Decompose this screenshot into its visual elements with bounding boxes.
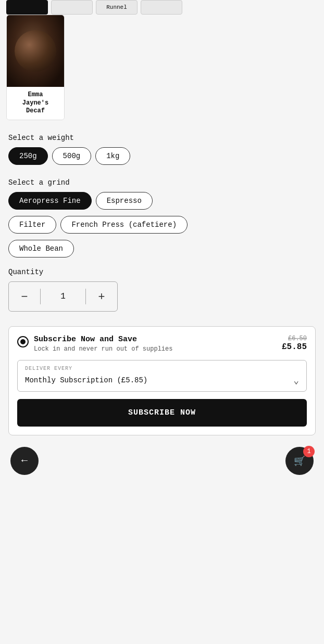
- top-thumb-selected[interactable]: [6, 0, 48, 15]
- product-card-circle: [15, 30, 56, 72]
- price-block: £6.50 £5.85: [282, 335, 307, 352]
- price-sale: £5.85: [282, 342, 307, 352]
- top-thumb-empty1[interactable]: [51, 0, 93, 15]
- weight-option-1kg[interactable]: 1kg: [95, 147, 130, 165]
- subscribe-radio[interactable]: [17, 336, 29, 347]
- back-icon: ←: [21, 455, 28, 467]
- deliver-label: DELIVER EVERY: [25, 366, 299, 371]
- quantity-section: Quantity − 1 +: [0, 264, 324, 320]
- product-card-image: [7, 15, 64, 87]
- grind-option-espresso[interactable]: Espresso: [96, 192, 153, 210]
- subscribe-text-block: Subscribe Now and Save Lock in and never…: [34, 335, 172, 353]
- subscribe-header: Subscribe Now and Save Lock in and never…: [17, 335, 307, 353]
- grind-option-filter[interactable]: Filter: [8, 216, 56, 234]
- price-original: £6.50: [282, 335, 307, 342]
- quantity-value: 1: [41, 292, 85, 301]
- top-thumb-empty2[interactable]: [141, 0, 182, 15]
- subscribe-now-button[interactable]: SUBSCRIBE NOW: [17, 399, 307, 427]
- grind-option-whole-bean[interactable]: Whole Bean: [8, 240, 74, 257]
- grind-options-row3: Whole Bean: [0, 240, 324, 264]
- top-thumb-runnel[interactable]: Runnel: [96, 0, 138, 15]
- quantity-decrement-button[interactable]: −: [9, 282, 40, 311]
- page-wrapper: Runnel Emma Jayne's Decaf Select a weigh…: [0, 0, 324, 480]
- grind-option-french-press[interactable]: French Press (cafetiere): [60, 216, 188, 234]
- deliver-select-row[interactable]: Monthly Subscription (£5.85) ⌄: [25, 375, 299, 386]
- nav-back-button[interactable]: ←: [10, 447, 39, 475]
- nav-cart-button[interactable]: 🛒 1: [285, 447, 314, 475]
- grind-options-row2: Filter French Press (cafetiere): [0, 216, 324, 240]
- subscribe-title: Subscribe Now and Save: [34, 335, 172, 344]
- weight-options-row: 250g 500g 1kg: [0, 147, 324, 171]
- subscribe-box: Subscribe Now and Save Lock in and never…: [8, 326, 316, 435]
- product-thumbnail-row: Emma Jayne's Decaf: [0, 15, 324, 126]
- cart-badge: 1: [303, 446, 315, 457]
- subscribe-radio-group[interactable]: Subscribe Now and Save Lock in and never…: [17, 335, 172, 353]
- runnel-label: Runnel: [106, 4, 127, 10]
- cart-icon: 🛒: [294, 455, 305, 467]
- quantity-control: − 1 +: [8, 281, 118, 312]
- grind-options-row: Aeropress Fine Espresso: [0, 192, 324, 216]
- weight-section-label: Select a weight: [0, 126, 324, 147]
- subscribe-subtitle: Lock in and never run out of supplies: [34, 345, 172, 353]
- deliver-section: DELIVER EVERY Monthly Subscription (£5.8…: [17, 360, 307, 392]
- weight-option-500g[interactable]: 500g: [52, 147, 92, 165]
- quantity-label: Quantity: [8, 268, 316, 276]
- quantity-increment-button[interactable]: +: [86, 282, 117, 311]
- grind-option-aeropress[interactable]: Aeropress Fine: [8, 192, 92, 210]
- grind-section-label: Select a grind: [0, 171, 324, 192]
- radio-dot: [20, 339, 26, 344]
- bottom-nav: ← 🛒 1: [0, 442, 324, 480]
- top-thumbnails-bar: Runnel: [0, 0, 324, 15]
- weight-option-250g[interactable]: 250g: [8, 147, 48, 165]
- product-card[interactable]: Emma Jayne's Decaf: [6, 15, 65, 120]
- chevron-down-icon: ⌄: [293, 375, 299, 386]
- deliver-value: Monthly Subscription (£5.85): [25, 376, 147, 384]
- product-card-label: Emma Jayne's Decaf: [7, 87, 64, 120]
